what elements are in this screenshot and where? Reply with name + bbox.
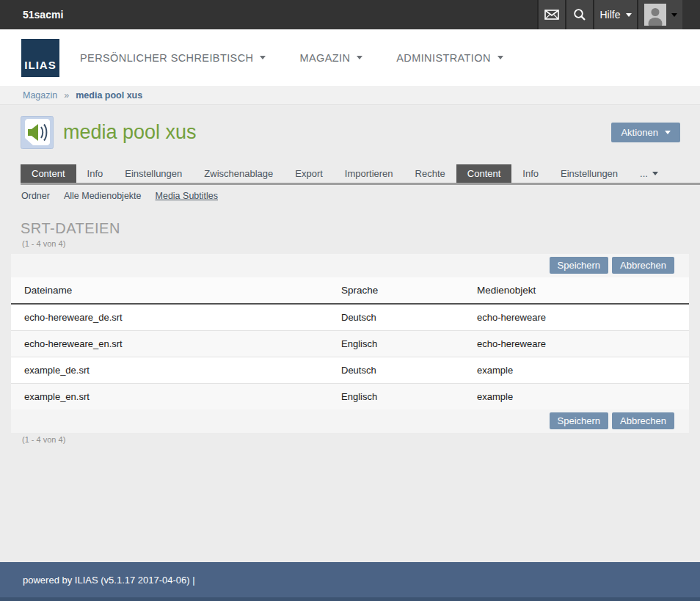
avatar: [644, 4, 666, 26]
cell-sprache: Deutsch: [328, 357, 464, 384]
chevron-down-icon: [497, 56, 503, 59]
chevron-down-icon: [357, 56, 362, 59]
cell-sprache: Englisch: [328, 331, 464, 357]
cell-medienobjekt: echo-hereweare: [464, 331, 689, 357]
breadcrumb: Magazin » media pool xus: [0, 86, 700, 105]
topbar-actions: Hilfe: [537, 0, 682, 29]
tab-zwischenablage[interactable]: Zwischenablage: [193, 164, 284, 183]
chevron-down-icon: [665, 131, 671, 134]
chevron-down-icon: [671, 13, 677, 17]
tab-importieren[interactable]: Importieren: [334, 164, 404, 183]
user-menu-button[interactable]: [637, 0, 682, 29]
top-header-bar: 51sacmi Hilfe: [0, 0, 700, 29]
main-navigation: PERSÖNLICHER SCHREIBTISCH MAGAZIN ADMINI…: [80, 52, 503, 64]
srt-files-table: Dateiname Sprache Medienobjekt echo-here…: [11, 277, 689, 409]
actions-dropdown-button[interactable]: Aktionen: [611, 123, 680, 142]
tab-einstellungen[interactable]: Einstellungen: [114, 164, 193, 183]
subtab-media-subtitles[interactable]: Media Subtitles: [156, 191, 218, 201]
chevron-down-icon: [626, 13, 632, 17]
table-row: echo-hereweare_en.srt Englisch echo-here…: [11, 331, 689, 357]
cell-dateiname: example_de.srt: [11, 357, 328, 384]
cell-sprache: Deutsch: [328, 304, 464, 331]
media-pool-icon: [21, 116, 54, 149]
table-header-row: Dateiname Sprache Medienobjekt: [11, 277, 689, 304]
nav-label: PERSÖNLICHER SCHREIBTISCH: [80, 52, 253, 64]
tab-more-dropdown[interactable]: ...: [629, 164, 669, 183]
ilias-logo[interactable]: ILIAS: [21, 39, 59, 77]
tab-info[interactable]: Info: [76, 164, 114, 183]
section-heading: SRT-DATEIEN: [21, 220, 700, 237]
tab-bar: Content Info Einstellungen Zwischenablag…: [21, 164, 700, 185]
cell-dateiname: example_en.srt: [11, 384, 328, 410]
chevron-down-icon: [260, 56, 266, 59]
page-title: media pool xus: [63, 121, 197, 144]
table-row: echo-hereweare_de.srt Deutsch echo-herew…: [11, 304, 689, 331]
mail-icon: [544, 10, 559, 20]
nav-label: ADMINISTRATION: [396, 52, 491, 64]
content-area: media pool xus Aktionen Content Info Ein…: [0, 105, 700, 561]
breadcrumb-separator: »: [64, 90, 69, 101]
tab-content-2[interactable]: Content: [456, 164, 512, 183]
more-label: ...: [640, 168, 648, 179]
cell-medienobjekt: echo-hereweare: [464, 304, 689, 331]
tab-content[interactable]: Content: [21, 164, 76, 183]
tab-export[interactable]: Export: [284, 164, 334, 183]
table-row: example_en.srt Englisch example: [11, 384, 689, 410]
breadcrumb-link-magazin[interactable]: Magazin: [23, 90, 57, 101]
footer: powered by ILIAS (v5.1.17 2017-04-06) |: [0, 562, 700, 601]
help-menu-button[interactable]: Hilfe: [593, 0, 637, 29]
mail-button[interactable]: [537, 0, 565, 29]
toolbar-bottom: Speichern Abbrechen: [11, 409, 689, 433]
client-title: 51sacmi: [0, 0, 537, 29]
result-count-bottom: (1 - 4 von 4): [22, 435, 700, 444]
tab-einstellungen-2[interactable]: Einstellungen: [550, 164, 629, 183]
masthead: ILIAS PERSÖNLICHER SCHREIBTISCH MAGAZIN …: [0, 29, 700, 86]
save-button[interactable]: Speichern: [550, 257, 609, 274]
breadcrumb-current[interactable]: media pool xus: [76, 90, 142, 101]
column-header-medienobjekt: Medienobjekt: [464, 277, 689, 304]
nav-administration[interactable]: ADMINISTRATION: [396, 52, 503, 64]
table-row: example_de.srt Deutsch example: [11, 357, 689, 384]
cell-medienobjekt: example: [464, 384, 689, 410]
column-header-dateiname: Dateiname: [11, 277, 328, 304]
cancel-button[interactable]: Abbrechen: [612, 412, 674, 429]
subtab-bar: Ordner Alle Medienobjekte Media Subtitle…: [0, 185, 700, 201]
help-label: Hilfe: [599, 9, 620, 21]
srt-files-panel: Speichern Abbrechen Dateiname Sprache Me…: [11, 254, 689, 433]
save-button[interactable]: Speichern: [550, 412, 609, 429]
actions-label: Aktionen: [621, 127, 658, 138]
search-button[interactable]: [565, 0, 593, 29]
subtab-alle-medienobjekte[interactable]: Alle Medienobjekte: [64, 191, 142, 201]
cell-dateiname: echo-hereweare_en.srt: [11, 331, 328, 357]
nav-personal-desktop[interactable]: PERSÖNLICHER SCHREIBTISCH: [80, 52, 266, 64]
subtab-ordner[interactable]: Ordner: [21, 191, 50, 201]
page-header: media pool xus Aktionen: [0, 105, 700, 149]
search-icon: [573, 8, 586, 21]
cell-medienobjekt: example: [464, 357, 689, 384]
toolbar-top: Speichern Abbrechen: [11, 254, 689, 277]
tab-rechte[interactable]: Rechte: [404, 164, 456, 183]
result-count-top: (1 - 4 von 4): [22, 239, 700, 248]
cancel-button[interactable]: Abbrechen: [612, 257, 674, 274]
logo-text: ILIAS: [24, 59, 56, 71]
chevron-down-icon: [652, 172, 658, 175]
tab-info-2[interactable]: Info: [511, 164, 550, 183]
cell-sprache: Englisch: [328, 384, 464, 410]
footer-text: powered by ILIAS (v5.1.17 2017-04-06) |: [0, 575, 195, 586]
cell-dateiname: echo-hereweare_de.srt: [11, 304, 328, 331]
nav-label: MAGAZIN: [299, 52, 350, 64]
nav-magazin[interactable]: MAGAZIN: [299, 52, 362, 64]
column-header-sprache: Sprache: [328, 277, 464, 304]
